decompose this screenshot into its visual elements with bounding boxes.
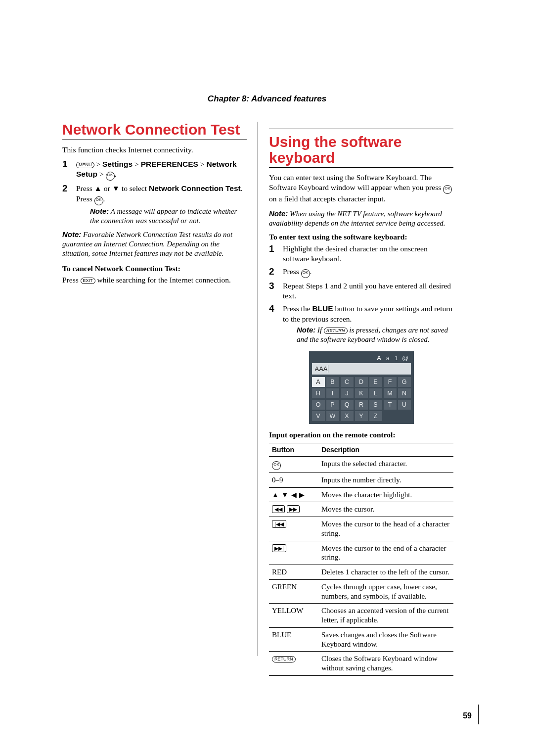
kbd-key: V [312,411,325,421]
step2-note: Note: A message will appear to indicate … [90,206,247,226]
cell-description: Moves the cursor to the end of a charact… [318,541,453,565]
table-row: BLUESaves changes and closes the Softwar… [269,627,453,652]
kbd-key: Z [369,411,382,421]
cell-button: YELLOW [269,604,318,628]
note-a: If [317,326,324,334]
mode-upper: A [376,354,383,362]
software-keyboard-illustration: A a 1 @ AAA ABCDEFGHIJKLMNOPQRSTUVWXYZ [309,351,414,424]
table-row: YELLOWChooses an accented version of the… [269,604,453,628]
table-row: ▲ ▼ ◀ ▶Moves the character highlight. [269,487,453,502]
kbd-key: E [369,377,382,387]
up-arrow-icon [94,184,102,192]
page: Chapter 8: Advanced features Network Con… [0,0,534,756]
skip-prev-button-icon: |◀◀ [272,520,286,528]
cell-button: ◀◀ ▶▶ [269,502,318,517]
kbd-key: H [312,388,325,398]
note-text: Favorable Network Connection Test result… [62,231,232,257]
kbd-input-field: AAA [312,363,411,375]
cell-description: Moves the cursor to the head of a charac… [318,517,453,541]
cell-button: BLUE [269,627,318,652]
th-description: Description [318,443,453,456]
step-4: 4 Press the BLUE button to save your set… [269,304,453,344]
path-settings: Settings [102,160,133,168]
cell-button: ▶▶| [269,541,318,565]
note-label: Note: [62,230,81,238]
table-row: |◀◀Moves the cursor to the head of a cha… [269,517,453,541]
table-row: OKInputs the selected character. [269,456,453,472]
step-number: 3 [269,280,274,292]
step4-note: Note: If RETURN is pressed, changes are … [297,325,453,344]
remote-ops-heading: Input operation on the remote control: [269,430,453,440]
dpad-arrows-icon: ▲ ▼ ◀ ▶ [272,491,305,499]
kbd-mode-row: A a 1 @ [312,354,411,363]
kbd-key: F [384,377,397,387]
table-row: RETURNCloses the Software Keyboard windo… [269,652,453,676]
menu-button-icon: MENU [76,162,94,168]
kbd-key: C [341,377,354,387]
cell-description: Moves the character highlight. [318,487,453,502]
ok-button-icon: OK [272,461,281,470]
step-3: 3 Repeat Steps 1 and 2 until you have en… [269,281,453,301]
intro-text: This function checks Internet connectivi… [62,145,247,155]
table-row: 0–9Inputs the number directly. [269,472,453,487]
cell-description: Inputs the selected character. [318,456,453,472]
skip-next-button-icon: ▶▶| [272,544,286,552]
step1-end: . [115,170,117,178]
note-label: Note: [90,207,109,215]
kbd-key: J [341,388,354,398]
step-number: 1 [62,158,68,171]
ok-button-icon: OK [443,185,452,194]
remote-operations-table: Button Description OKInputs the selected… [269,443,453,676]
heading-rule-top [269,129,453,129]
step1-text: Highlight the desired character on the o… [283,244,428,263]
kbd-key: N [398,388,411,398]
cell-description: Inputs the number directly. [318,472,453,487]
heading-rule [62,140,247,140]
section-heading-software-keyboard: Using the software keyboard [269,134,453,165]
steps-list: 1 MENU > Settings > PREFERENCES > Networ… [62,159,247,226]
kbd-key: Q [341,400,354,410]
cell-description: Chooses an accented version of the curre… [318,604,453,628]
step2-text-b: or [102,184,112,192]
intro-text: You can enter text using the Software Ke… [269,173,453,204]
step2-target: Network Connection Test [149,184,241,192]
kbd-key: D [355,377,368,387]
step3-text: Repeat Steps 1 and 2 until you have ente… [283,282,451,300]
table-header-row: Button Description [269,443,453,456]
left-column: Network Connection Test This function ch… [62,122,258,676]
kbd-key [398,411,411,421]
note-label: Note: [269,209,288,218]
kbd-key: S [369,400,382,410]
step2-text-c: to select [120,184,149,192]
kbd-key: B [326,377,339,387]
blue-label: BLUE [312,304,333,313]
main-note: Note: Favorable Network Connection Test … [62,230,247,259]
kbd-key-grid: ABCDEFGHIJKLMNOPQRSTUVWXYZ [312,377,411,421]
table-row: ◀◀ ▶▶Moves the cursor. [269,502,453,517]
cell-description: Deletes 1 character to the left of the c… [318,565,453,580]
step4-a: Press the [283,304,312,313]
kbd-key: M [384,388,397,398]
cancel-text-a: Press [62,276,81,284]
cell-button: ▲ ▼ ◀ ▶ [269,487,318,502]
table-row: GREENCycles through upper case, lower ca… [269,579,453,604]
kbd-key: K [355,388,368,398]
fast-forward-button-icon: ▶▶ [287,505,300,513]
page-number: 59 [463,711,472,720]
cancel-heading: To cancel Network Connection Test: [62,264,247,274]
ok-button-icon: OK [106,172,115,181]
kbd-key: O [312,400,325,410]
table-row: REDDeletes 1 character to the left of th… [269,565,453,580]
note-label: Note: [297,326,315,334]
intro-a: You can enter text using the Software Ke… [269,173,443,191]
cancel-body: Press EXIT while searching for the Inter… [62,275,247,285]
step2-a: Press [283,267,301,276]
net-tv-note: Note: When using the NET TV feature, sof… [269,209,453,228]
step2-press-end: . [103,194,105,203]
mode-sym: @ [402,354,409,362]
enter-text-heading: To enter text using the software keyboar… [269,232,453,242]
step2-b: . [310,267,312,276]
note-text: When using the NET TV feature, software … [269,210,445,227]
return-button-icon: RETURN [324,328,348,334]
cell-description: Moves the cursor. [318,502,453,517]
